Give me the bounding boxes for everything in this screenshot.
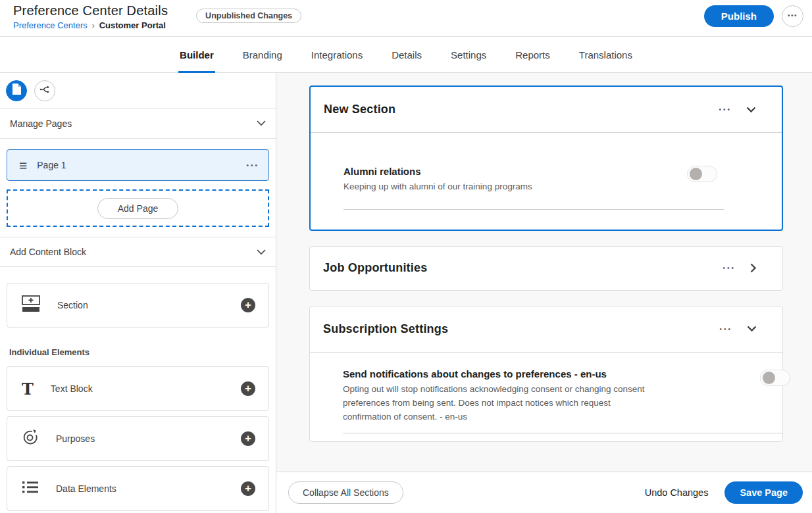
undo-changes-button[interactable]: Undo Changes: [645, 487, 709, 498]
unpublished-changes-badge: Unpublished Changes: [196, 9, 301, 23]
subscription-settings-body: Send notifications about changes to pref…: [310, 353, 782, 441]
header-more-button[interactable]: •••: [782, 5, 803, 27]
section-controls: •••: [719, 106, 756, 113]
section-menu-button[interactable]: •••: [719, 106, 732, 113]
document-icon: [12, 84, 22, 97]
alumni-relations-toggle[interactable]: [687, 166, 717, 182]
flow-panel-button[interactable]: [34, 80, 55, 101]
text-block-icon: T: [22, 379, 34, 399]
collapse-all-sections-button[interactable]: Collapse All Sections: [288, 481, 403, 504]
breadcrumb: Preference Centers › Customer Portal: [13, 20, 168, 30]
toggle-knob: [690, 168, 702, 180]
tab-translations[interactable]: Translations: [578, 37, 634, 73]
drag-handle-icon[interactable]: ≡: [19, 159, 27, 172]
section-card-job-opportunities[interactable]: Job Opportunities •••: [309, 246, 783, 291]
add-purposes-button[interactable]: +: [241, 431, 255, 446]
page-canvas: New Section ••• Alumni relations: [276, 73, 812, 472]
builder-main: New Section ••• Alumni relations: [276, 73, 812, 513]
flow-branch-icon: [39, 85, 50, 97]
new-section-header[interactable]: New Section •••: [311, 87, 782, 133]
title-block: Preference Center Details Preference Cen…: [13, 3, 168, 30]
preference-text: Send notifications about changes to pref…: [343, 368, 652, 424]
manage-pages-accordion[interactable]: Manage Pages: [0, 109, 276, 139]
job-opportunities-header[interactable]: Job Opportunities •••: [310, 247, 782, 290]
content-blocks-area: Section + Individual Elements T Text Blo…: [0, 267, 276, 511]
sidebar-tools-row: [0, 73, 276, 109]
new-section-body: Alumni relations Keeping up with alumni …: [311, 133, 782, 230]
preference-title: Alumni relations: [343, 166, 532, 177]
save-page-button[interactable]: Save Page: [724, 481, 803, 504]
tab-branding[interactable]: Branding: [241, 37, 284, 73]
page-item-label: Page 1: [37, 160, 66, 170]
page-title: Preference Center Details: [13, 3, 168, 18]
tab-details[interactable]: Details: [390, 37, 423, 73]
plus-icon: +: [245, 483, 251, 494]
section-menu-button[interactable]: •••: [723, 264, 736, 272]
section-block-label: Section: [57, 300, 88, 310]
section-controls: •••: [723, 263, 757, 273]
data-elements-block-card[interactable]: Data Elements +: [7, 466, 269, 511]
purposes-label: Purposes: [56, 433, 95, 444]
tab-integrations[interactable]: Integrations: [310, 37, 364, 73]
purposes-block-card[interactable]: Purposes +: [7, 416, 269, 461]
section-menu-button[interactable]: •••: [719, 326, 732, 333]
preference-divider: [343, 209, 724, 210]
chevron-down-icon[interactable]: [747, 326, 757, 332]
add-page-button[interactable]: Add Page: [97, 198, 179, 219]
preference-divider: [343, 433, 782, 433]
subscription-settings-header[interactable]: Subscription Settings •••: [310, 306, 782, 353]
breadcrumb-separator-icon: ›: [88, 21, 99, 30]
preference-row-alumni-relations: Alumni relations Keeping up with alumni …: [343, 166, 782, 194]
section-card-new-section[interactable]: New Section ••• Alumni relations: [309, 86, 783, 231]
toggle-knob: [763, 372, 775, 384]
preference-description: Opting out will stop notifications ackno…: [343, 383, 652, 424]
chevron-down-icon: [257, 249, 266, 255]
tab-settings[interactable]: Settings: [449, 37, 488, 73]
send-notifications-toggle[interactable]: [760, 370, 790, 386]
manage-pages-label: Manage Pages: [10, 118, 72, 129]
section-card-subscription-settings[interactable]: Subscription Settings ••• Send notificat…: [309, 306, 783, 442]
plus-icon: +: [245, 433, 251, 444]
pages-panel-button[interactable]: [6, 80, 27, 101]
section-title: Subscription Settings: [323, 322, 448, 336]
preference-description: Keeping up with alumni of our training p…: [343, 180, 532, 194]
plus-icon: +: [245, 383, 251, 394]
plus-icon: +: [245, 299, 251, 310]
workspace: Manage Pages ≡ Page 1 ••• Add Page Add C…: [0, 73, 812, 513]
add-page-dropzone: Add Page: [7, 189, 269, 227]
data-elements-list-icon: [22, 480, 39, 497]
builder-sidebar: Manage Pages ≡ Page 1 ••• Add Page Add C…: [0, 73, 276, 513]
chevron-down-icon[interactable]: [746, 107, 756, 113]
add-content-block-label: Add Content Block: [10, 247, 86, 257]
add-data-elements-button[interactable]: +: [241, 481, 255, 496]
chevron-down-icon: [257, 120, 266, 126]
page-item-menu-button[interactable]: •••: [246, 162, 259, 169]
page-list-item-page-1[interactable]: ≡ Page 1 •••: [7, 149, 269, 181]
chevron-right-icon[interactable]: [750, 263, 757, 273]
purposes-target-icon: [22, 429, 39, 449]
add-section-button[interactable]: +: [241, 298, 255, 312]
section-controls: •••: [719, 326, 757, 333]
tab-reports[interactable]: Reports: [514, 37, 551, 73]
text-block-card[interactable]: T Text Block +: [7, 366, 269, 411]
add-text-block-button[interactable]: +: [241, 381, 255, 396]
add-content-block-accordion[interactable]: Add Content Block: [0, 237, 276, 267]
preference-text: Alumni relations Keeping up with alumni …: [343, 166, 532, 194]
page-header: Preference Center Details Preference Cen…: [0, 0, 812, 37]
preference-title: Send notifications about changes to pref…: [343, 368, 652, 379]
preference-center-app: Preference Center Details Preference Cen…: [0, 0, 812, 513]
ellipsis-icon: •••: [788, 12, 798, 19]
section-title: Job Opportunities: [323, 261, 427, 275]
text-block-label: Text Block: [51, 383, 93, 394]
section-block-card[interactable]: Section +: [7, 283, 269, 328]
individual-elements-heading: Individual Elements: [9, 347, 269, 357]
section-title: New Section: [324, 103, 395, 116]
canvas-footer: Collapse All Sections Undo Changes Save …: [276, 472, 812, 513]
tab-builder[interactable]: Builder: [178, 37, 215, 73]
pages-area: ≡ Page 1 ••• Add Page: [0, 139, 276, 227]
publish-button[interactable]: Publish: [704, 5, 774, 27]
breadcrumb-link-preference-centers[interactable]: Preference Centers: [13, 20, 88, 30]
preference-row-send-notifications: Send notifications about changes to pref…: [343, 368, 782, 424]
section-icon: [22, 295, 40, 315]
tab-bar: Builder Branding Integrations Details Se…: [0, 37, 812, 73]
